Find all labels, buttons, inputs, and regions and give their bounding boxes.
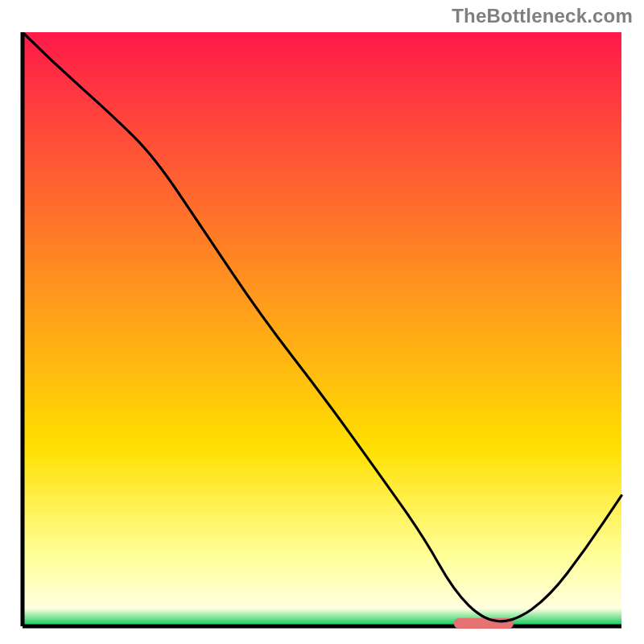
gradient-background [23, 32, 621, 626]
chart-root: TheBottleneck.com [0, 0, 644, 644]
watermark-text: TheBottleneck.com [452, 5, 633, 27]
target-bar [454, 618, 514, 629]
plot-area [19, 32, 625, 630]
bottleneck-chart [19, 32, 625, 630]
